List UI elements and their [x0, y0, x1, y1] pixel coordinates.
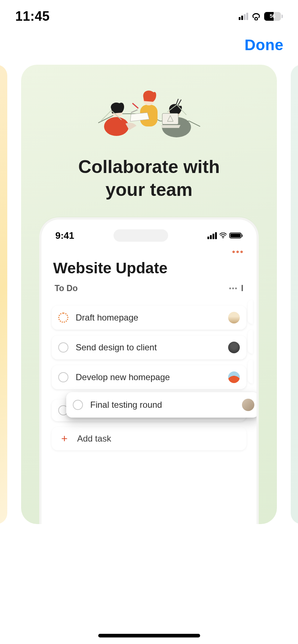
battery-percentage: 56 [264, 13, 281, 19]
onboarding-card: Collaborate with your team 9:41 [21, 65, 277, 524]
device-status-bar: 11:45 56 [0, 0, 298, 33]
next-column-peek: I [241, 283, 243, 293]
board-title: Website Update [53, 259, 246, 277]
heading-line-1: Collaborate with [21, 156, 277, 178]
svg-rect-7 [162, 113, 178, 124]
battery-icon: 56 [264, 12, 283, 21]
onboarding-card-next[interactable] [291, 65, 298, 524]
home-indicator[interactable] [98, 634, 200, 637]
cellular-signal-icon [239, 13, 248, 20]
more-menu-icon[interactable] [233, 251, 243, 253]
onboarding-heading: Collaborate with your team [21, 156, 277, 201]
device-time: 11:45 [15, 9, 50, 24]
task-label: Draft homepage [76, 313, 221, 323]
svg-point-0 [104, 117, 129, 136]
svg-point-8 [223, 237, 224, 238]
cellular-signal-icon [207, 232, 217, 239]
mockup-time: 9:41 [55, 230, 74, 241]
add-task-button[interactable]: + Add task [52, 427, 246, 450]
task-checkbox-icon[interactable] [73, 400, 83, 410]
add-task-label: Add task [77, 434, 111, 444]
onboarding-card-prev[interactable] [0, 65, 7, 524]
task-checkbox-icon[interactable] [58, 342, 68, 353]
svg-line-4 [132, 103, 138, 108]
task-card[interactable]: Send design to client [52, 335, 246, 359]
device-status-indicators: 56 [239, 12, 283, 21]
task-card-dragging[interactable]: Final testing round [66, 392, 259, 418]
assignee-avatar[interactable] [228, 342, 240, 353]
assignee-avatar[interactable] [228, 312, 240, 323]
column-name[interactable]: To Do [55, 283, 78, 293]
mockup-status-bar: 9:41 [52, 228, 246, 243]
task-card[interactable]: Develop new homepage [52, 365, 246, 389]
done-button[interactable]: Done [245, 36, 283, 53]
assignee-avatar[interactable] [242, 399, 254, 411]
task-label: Send design to client [76, 342, 221, 353]
battery-icon [229, 233, 243, 238]
dynamic-island [114, 229, 168, 242]
task-checkbox-icon[interactable] [58, 313, 68, 323]
wifi-icon [251, 12, 261, 20]
task-card[interactable]: Draft homepage [52, 306, 246, 330]
task-checkbox-icon[interactable] [58, 372, 68, 382]
task-label: Develop new homepage [76, 372, 221, 382]
wifi-icon [219, 233, 227, 238]
heading-line-2: your team [21, 178, 277, 201]
plus-icon: + [60, 433, 69, 444]
phone-mockup: 9:41 Website Update [39, 217, 259, 524]
task-label: Final testing round [90, 400, 235, 410]
assignee-avatar[interactable] [228, 371, 240, 383]
task-list: Draft homepage Send design to client Dev… [52, 300, 246, 450]
column-menu-icon[interactable] [229, 287, 237, 289]
team-illustration [21, 79, 277, 145]
